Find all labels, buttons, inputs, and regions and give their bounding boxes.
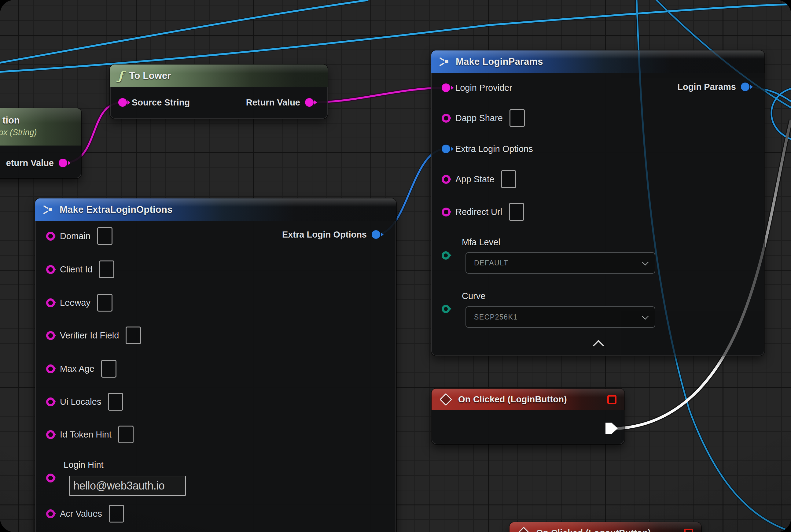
wire-overlay-layer [0,0,791,532]
blueprint-graph-canvas[interactable]: tion ox (String) eturn Value ƒ To Lower … [0,0,791,532]
